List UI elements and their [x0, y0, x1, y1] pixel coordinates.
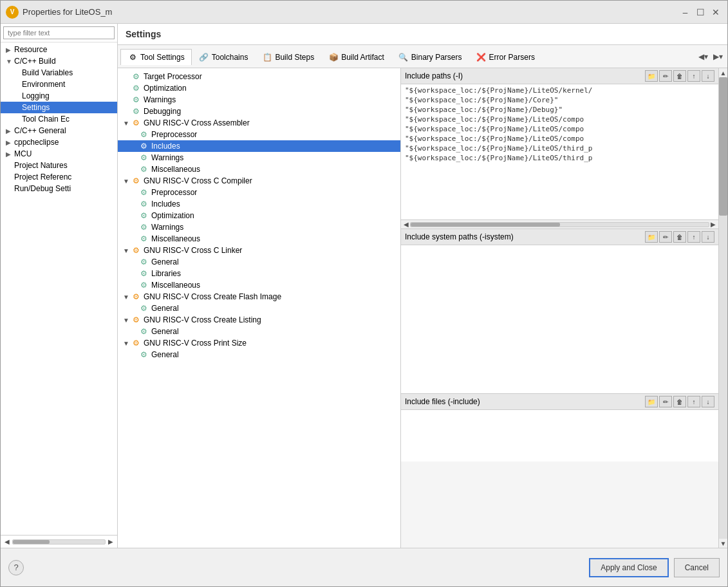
include-system-paths-header: Include system paths (-isystem) 📁 ✏ 🗑 ↑ … [401, 229, 718, 245]
help-button[interactable]: ? [8, 560, 24, 575]
scroll-track[interactable] [719, 77, 727, 539]
expand-icon: ▼ [123, 340, 131, 347]
tabs-scroll-left[interactable]: ◀▾ [696, 52, 710, 61]
add-include-path-button[interactable]: 📁 [645, 70, 658, 82]
edit-isystem-button[interactable]: ✏ [659, 231, 672, 243]
include-files-list[interactable] [401, 410, 718, 461]
tree-item-target-processor[interactable]: ⚙ Target Processor [118, 71, 400, 82]
move-up-isystem-button[interactable]: ↑ [687, 231, 700, 243]
item-icon: ⚙ [133, 72, 140, 81]
tree-item-gnu-listing[interactable]: ▼ ⚙ GNU RISC-V Cross Create Listing [118, 314, 400, 326]
include-system-paths-section: Include system paths (-isystem) 📁 ✏ 🗑 ↑ … [401, 229, 718, 394]
cancel-button[interactable]: Cancel [674, 558, 720, 577]
tab-build-steps[interactable]: 📋 Build Steps [255, 49, 321, 65]
scroll-right-arrow[interactable]: ▶ [107, 538, 115, 545]
include-system-paths-title: Include system paths (-isystem) [405, 232, 514, 241]
item-label: General [151, 304, 179, 313]
item-icon: ⚙ [140, 234, 147, 243]
tree-item-warnings[interactable]: ⚙ Warnings [118, 94, 400, 106]
move-down-include-path-button[interactable]: ↓ [702, 70, 714, 82]
tab-binary-parsers[interactable]: 🔍 Binary Parsers [391, 49, 469, 65]
edit-include-file-button[interactable]: ✏ [659, 396, 672, 407]
tree-item-c-includes[interactable]: ⚙ Includes [118, 198, 400, 210]
move-up-include-file-button[interactable]: ↑ [687, 396, 700, 407]
tab-build-artifact[interactable]: 📦 Build Artifact [321, 49, 391, 65]
error-parsers-icon: ❌ [476, 52, 487, 62]
sidebar-filter-input[interactable] [3, 26, 115, 39]
sidebar-item-settings[interactable]: Settings [1, 102, 117, 113]
move-down-isystem-button[interactable]: ↓ [702, 231, 714, 243]
tree-item-c-preprocessor[interactable]: ⚙ Preprocessor [118, 187, 400, 198]
tree-item-asm-preprocessor[interactable]: ⚙ Preprocessor [118, 129, 400, 140]
tool-settings-icon: ⚙ [127, 52, 138, 62]
edit-include-path-button[interactable]: ✏ [659, 70, 672, 82]
tree-item-gnu-print[interactable]: ▼ ⚙ GNU RISC-V Cross Print Size [118, 337, 400, 349]
scroll-down-arrow[interactable]: ▼ [719, 539, 727, 548]
sidebar-item-run-debug[interactable]: Run/Debug Setti [1, 183, 117, 194]
sidebar-item-cpp-general[interactable]: ▶ C/C++ General [1, 125, 117, 136]
scroll-track[interactable] [12, 539, 106, 545]
add-isystem-button[interactable]: 📁 [645, 231, 658, 243]
tree-item-gnu-assembler[interactable]: ▼ ⚙ GNU RISC-V Cross Assembler [118, 117, 400, 129]
tree-item-gnu-linker[interactable]: ▼ ⚙ GNU RISC-V Cross C Linker [118, 245, 400, 256]
sidebar-item-project-natures[interactable]: Project Natures [1, 160, 117, 171]
maximize-button[interactable]: ☐ [694, 6, 707, 19]
tree-item-flash-general[interactable]: ⚙ General [118, 303, 400, 314]
tree-item-linker-miscellaneous[interactable]: ⚙ Miscellaneous [118, 279, 400, 291]
hscroll-right[interactable]: ▶ [709, 221, 717, 228]
list-item: "${workspace_loc:/${ProjName}/LiteOS/thi… [402, 153, 717, 163]
sidebar-item-logging[interactable]: Logging [1, 90, 117, 102]
hscroll-left[interactable]: ◀ [402, 221, 410, 228]
expand-icon: ▼ [123, 317, 131, 324]
tabs-scroll-right[interactable]: ▶▾ [711, 52, 725, 61]
tree-item-listing-general[interactable]: ⚙ General [118, 326, 400, 337]
sidebar-item-resource[interactable]: ▶ Resource [1, 44, 117, 55]
scroll-up-arrow[interactable]: ▲ [719, 68, 727, 77]
tree-item-optimization[interactable]: ⚙ Optimization [118, 82, 400, 94]
tab-tool-settings[interactable]: ⚙ Tool Settings [120, 49, 192, 65]
right-scrollbar: ▲ ▼ [718, 68, 727, 548]
sidebar-item-project-references[interactable]: Project Referenc [1, 171, 117, 183]
tree-item-gnu-c-compiler[interactable]: ▼ ⚙ GNU RISC-V Cross C Compiler [118, 175, 400, 187]
tree-item-asm-miscellaneous[interactable]: ⚙ Miscellaneous [118, 163, 400, 175]
include-system-paths-list[interactable] [401, 245, 718, 393]
delete-isystem-button[interactable]: 🗑 [673, 231, 686, 243]
item-icon: ⚙ [140, 257, 147, 266]
tabs-scroll-controls: ◀▾ ▶▾ [696, 52, 725, 61]
hscroll-track[interactable] [410, 222, 709, 227]
settings-header: Settings [118, 24, 727, 45]
tab-error-parsers[interactable]: ❌ Error Parsers [469, 49, 542, 65]
minimize-button[interactable]: ‒ [678, 6, 691, 19]
include-paths-list[interactable]: "${workspace_loc:/${ProjName}/LiteOS/ker… [401, 84, 718, 219]
tree-item-print-general[interactable]: ⚙ General [118, 349, 400, 360]
tree-item-linker-general[interactable]: ⚙ General [118, 256, 400, 268]
tree-item-debugging[interactable]: ⚙ Debugging [118, 106, 400, 117]
move-down-include-file-button[interactable]: ↓ [702, 396, 714, 407]
delete-include-file-button[interactable]: 🗑 [673, 396, 686, 407]
tree-item-c-warnings[interactable]: ⚙ Warnings [118, 221, 400, 233]
sidebar-item-cppcheclipse[interactable]: ▶ cppcheclipse [1, 136, 117, 148]
expand-icon: ▼ [123, 247, 131, 254]
include-paths-section: Include paths (-I) 📁 ✏ 🗑 ↑ ↓ "${workspac… [401, 68, 718, 229]
tree-item-c-miscellaneous[interactable]: ⚙ Miscellaneous [118, 233, 400, 245]
move-up-include-path-button[interactable]: ↑ [687, 70, 700, 82]
tree-item-asm-warnings[interactable]: ⚙ Warnings [118, 152, 400, 163]
sidebar-item-build-variables[interactable]: Build Variables [1, 67, 117, 79]
sidebar-item-environment[interactable]: Environment [1, 79, 117, 90]
delete-include-path-button[interactable]: 🗑 [673, 70, 686, 82]
tab-toolchains[interactable]: 🔗 Toolchains [192, 49, 256, 65]
tree-item-linker-libraries[interactable]: ⚙ Libraries [118, 268, 400, 279]
add-include-file-button[interactable]: 📁 [645, 396, 658, 407]
close-button[interactable]: ✕ [709, 6, 722, 19]
item-icon: ⚙ [140, 350, 147, 359]
item-icon: ⚙ [140, 211, 147, 220]
sidebar-item-cpp-build[interactable]: ▼ C/C++ Build [1, 55, 117, 67]
tree-item-asm-includes[interactable]: ⚙ Includes [118, 140, 400, 152]
tree-item-c-optimization[interactable]: ⚙ Optimization [118, 210, 400, 221]
include-system-paths-actions: 📁 ✏ 🗑 ↑ ↓ [645, 231, 714, 243]
tree-item-gnu-flash[interactable]: ▼ ⚙ GNU RISC-V Cross Create Flash Image [118, 291, 400, 303]
apply-close-button[interactable]: Apply and Close [589, 558, 668, 577]
scroll-left-arrow[interactable]: ◀ [3, 538, 11, 545]
sidebar-item-tool-chain-ec[interactable]: Tool Chain Ec [1, 113, 117, 125]
sidebar-item-mcu[interactable]: ▶ MCU [1, 148, 117, 160]
